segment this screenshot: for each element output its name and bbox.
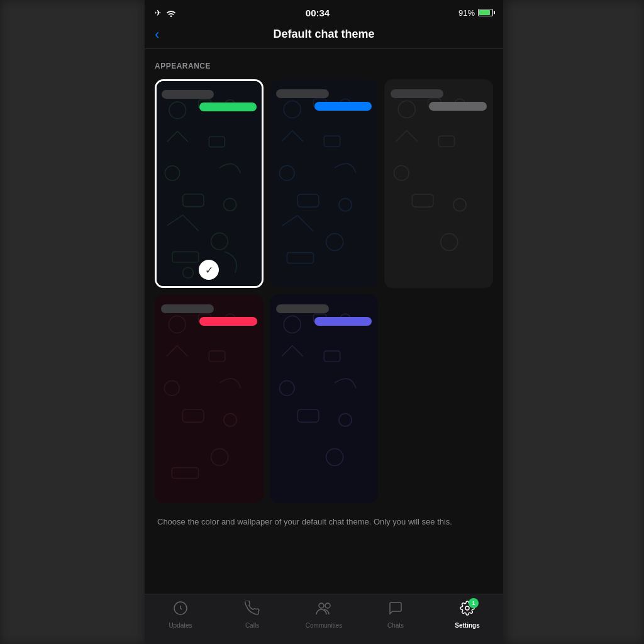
chat-preview-1 — [157, 81, 262, 286]
bubble-received — [161, 304, 214, 313]
settings-icon: 1 — [460, 601, 475, 619]
settings-label: Settings — [455, 622, 479, 629]
chats-label: Chats — [387, 622, 404, 629]
bubble-received — [276, 304, 329, 313]
chat-preview-2 — [271, 80, 377, 287]
tab-communities[interactable]: Communities — [288, 601, 360, 629]
bubble-sent — [199, 317, 257, 326]
header: ‹ Default chat theme — [145, 23, 503, 49]
bubble-sent — [314, 102, 372, 111]
status-right: 91% — [458, 8, 493, 18]
theme-dark-gray[interactable] — [384, 79, 493, 288]
chat-preview-5 — [271, 296, 377, 502]
battery-icon — [478, 9, 493, 16]
updates-label: Updates — [169, 622, 192, 629]
bubble-received — [162, 90, 214, 99]
communities-label: Communities — [306, 622, 342, 629]
theme-dark-pink[interactable] — [155, 294, 264, 503]
chat-preview-3 — [386, 80, 492, 287]
bubble-received — [276, 89, 329, 98]
tab-calls[interactable]: Calls — [216, 601, 288, 629]
tab-bar: Updates Calls Communities — [145, 594, 503, 644]
status-time: 00:34 — [306, 8, 330, 18]
tab-chats[interactable]: Chats — [360, 601, 431, 629]
battery-percent: 91% — [458, 8, 475, 18]
tab-settings[interactable]: 1 Settings — [431, 601, 503, 629]
airplane-icon: ✈ — [155, 8, 162, 18]
status-bar: ✈ 00:34 91% — [145, 0, 503, 23]
theme-dark-blue[interactable] — [270, 79, 379, 288]
communities-icon — [315, 601, 333, 619]
settings-badge: 1 — [469, 598, 479, 608]
theme-dark-purple[interactable] — [270, 294, 379, 503]
content-area: APPEARANCE — [145, 49, 503, 594]
theme-grid-row2 — [155, 294, 493, 503]
right-blur — [506, 0, 644, 644]
updates-icon — [173, 601, 188, 619]
svg-point-50 — [319, 603, 324, 608]
main-screen: ✈ 00:34 91% ‹ Default chat theme APPEARA… — [145, 0, 503, 644]
bubble-sent — [314, 317, 372, 326]
bubble-sent — [429, 102, 487, 111]
status-left: ✈ — [155, 8, 177, 18]
tab-updates[interactable]: Updates — [145, 601, 216, 629]
page-title: Default chat theme — [155, 28, 493, 41]
svg-point-52 — [465, 606, 469, 610]
back-button[interactable]: ‹ — [155, 26, 159, 43]
bubble-received — [391, 89, 443, 98]
calls-icon — [245, 601, 260, 619]
selected-checkmark: ✓ — [199, 260, 219, 280]
wifi-icon — [165, 8, 177, 17]
svg-point-51 — [325, 603, 330, 608]
appearance-label: APPEARANCE — [155, 62, 493, 70]
chat-preview-4 — [156, 296, 262, 502]
chats-icon — [388, 601, 403, 619]
bubble-sent — [199, 103, 256, 111]
left-blur — [0, 0, 145, 644]
calls-label: Calls — [245, 622, 259, 629]
description-text: Choose the color and wallpaper of your d… — [155, 516, 493, 528]
theme-dark-green[interactable]: ✓ — [155, 79, 264, 288]
theme-grid-row1: ✓ — [155, 79, 493, 288]
